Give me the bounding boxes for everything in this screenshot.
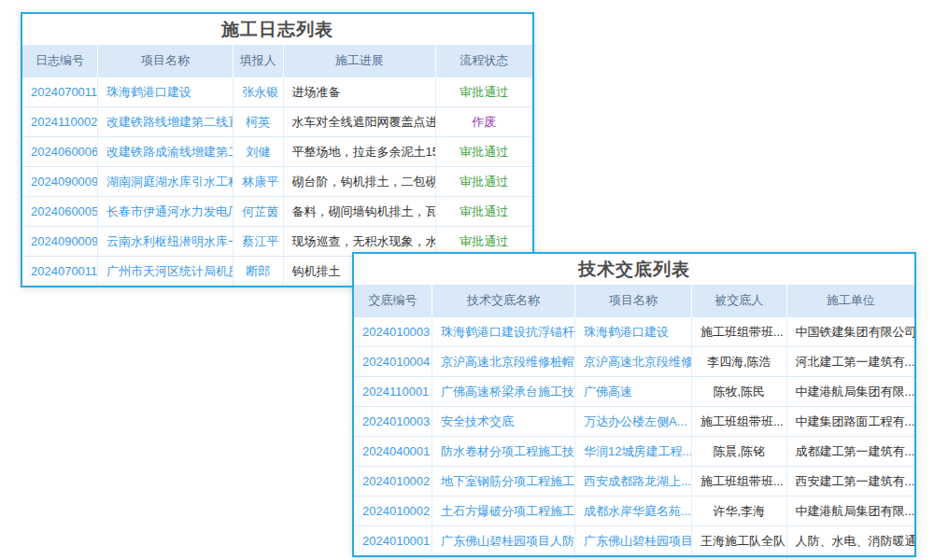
table-row: 2024010002 地下室钢筋分项工程施工... 西安成都路龙湖上... 施工… (354, 467, 914, 497)
status-cell: 审批通过 (435, 77, 532, 107)
log-id-link[interactable]: 2024070011 (31, 264, 97, 278)
log-id-link[interactable]: 2024110002 (31, 115, 97, 129)
disclosure-id-link[interactable]: 2024010001 (362, 534, 430, 548)
project-name-link[interactable]: 广佛高速 (584, 385, 632, 399)
construction-log-title: 施工日志列表 (22, 14, 532, 45)
receiver-text: 陈晨,陈铭 (713, 444, 765, 458)
project-name-link[interactable]: 珠海鹤港口建设 (584, 325, 669, 339)
project-name-link[interactable]: 西安成都路龙湖上... (584, 474, 691, 488)
construction-unit-text: 中建港航局集团有限... (796, 504, 914, 518)
project-name-link[interactable]: 改建铁路线增建第二线直... (106, 115, 234, 129)
status-cell: 审批通过 (435, 167, 532, 197)
disclosure-id-cell: 2024010003 (354, 407, 432, 437)
project-name-link[interactable]: 云南水利枢纽潜明水库一... (106, 234, 234, 248)
progress-text: 钩机排土 (292, 264, 341, 278)
receiver-cell: 施工班组带班... (691, 407, 786, 437)
status-badge: 作废 (472, 115, 496, 129)
project-name-cell: 改建铁路线增建第二线直... (98, 107, 234, 137)
construction-unit-text: 中建港航局集团有限... (796, 385, 914, 399)
col-header-construction-unit: 施工单位 (786, 285, 914, 317)
construction-unit-text: 人防、水电、消防暖通 (796, 534, 914, 548)
disclosure-name-link[interactable]: 防水卷材分项工程施工技... (441, 444, 575, 458)
tech-disclosure-title: 技术交底列表 (354, 254, 914, 285)
disclosure-id-link[interactable]: 2024010002 (362, 504, 430, 518)
tech-disclosure-panel: 技术交底列表 交底编号 技术交底名称 项目名称 被交底人 施工单位 202401… (352, 252, 916, 557)
disclosure-name-link[interactable]: 京沪高速北京段维修桩帽... (441, 355, 575, 369)
construction-unit-cell: 河北建工第一建筑有... (786, 347, 914, 377)
log-id-link[interactable]: 2024060005 (31, 204, 98, 218)
disclosure-name-link[interactable]: 广佛高速桥梁承台施工技... (441, 385, 575, 399)
project-name-link[interactable]: 珠海鹤港口建设 (106, 85, 191, 99)
col-header-log-id: 日志编号 (22, 45, 98, 77)
progress-cell: 砌台阶，钩机排土，二包砌... (283, 167, 435, 197)
col-header-project-name: 项目名称 (575, 285, 692, 317)
construction-log-table: 日志编号 项目名称 填报人 施工进展 流程状态 2024070011 珠海鹤港口… (22, 45, 532, 286)
table-row: 2024090009 湖南洞庭湖水库引水工程... 林康平 砌台阶，钩机排土，二… (22, 167, 532, 197)
disclosure-name-cell: 京沪高速北京段维修桩帽... (432, 347, 575, 377)
construction-unit-text: 河北建工第一建筑有... (796, 355, 914, 369)
disclosure-id-link[interactable]: 2024010004 (362, 355, 430, 369)
log-id-cell: 2024110002 (22, 107, 98, 137)
disclosure-name-link[interactable]: 珠海鹤港口建设抗浮锚杆... (441, 325, 575, 339)
project-name-link[interactable]: 长春市伊通河水力发电厂... (106, 204, 234, 218)
reporter-cell: 林康平 (234, 167, 283, 197)
disclosure-name-link[interactable]: 广东佛山碧桂园项目人防... (441, 534, 575, 548)
construction-unit-cell: 人防、水电、消防暖通 (786, 526, 914, 556)
log-id-link[interactable]: 2024090009 (31, 175, 98, 189)
receiver-cell: 施工班组带班... (691, 467, 786, 497)
disclosure-id-link[interactable]: 2024040001 (362, 444, 430, 458)
col-header-reporter: 填报人 (234, 45, 283, 77)
construction-log-header: 日志编号 项目名称 填报人 施工进展 流程状态 (22, 45, 532, 77)
project-name-link[interactable]: 万达办公楼左侧A... (584, 414, 687, 428)
receiver-text: 许华,李海 (713, 504, 765, 518)
project-name-cell: 成都水岸华庭名苑... (575, 497, 692, 526)
disclosure-id-link[interactable]: 2024010002 (362, 474, 430, 488)
construction-unit-text: 成都建工第一建筑有... (796, 444, 914, 458)
project-name-cell: 京沪高速北京段维修 (575, 347, 692, 377)
construction-unit-text: 中国铁建集团有限公司 (796, 325, 914, 339)
disclosure-id-link[interactable]: 2024110001 (362, 385, 429, 399)
reporter-link[interactable]: 何芷茵 (242, 204, 278, 218)
construction-unit-cell: 成都建工第一建筑有... (786, 437, 914, 467)
project-name-link[interactable]: 成都水岸华庭名苑... (584, 504, 691, 518)
reporter-link[interactable]: 断郎 (246, 264, 270, 278)
progress-text: 平整场地，拉走多余泥土15... (292, 145, 436, 159)
construction-unit-cell: 中建集团路面工程有... (786, 407, 914, 437)
reporter-link[interactable]: 蔡江平 (242, 234, 278, 248)
log-id-link[interactable]: 2024060006 (31, 145, 98, 159)
disclosure-name-link[interactable]: 地下室钢筋分项工程施工... (441, 474, 575, 488)
disclosure-id-link[interactable]: 2024010003 (362, 414, 430, 428)
project-name-link[interactable]: 华润12城房建工程... (584, 444, 691, 458)
construction-unit-text: 中建集团路面工程有... (796, 414, 914, 428)
project-name-cell: 广州市天河区统计局机房... (98, 257, 234, 287)
project-name-cell: 湖南洞庭湖水库引水工程... (98, 167, 234, 197)
log-id-link[interactable]: 2024090009 (31, 234, 98, 248)
receiver-cell: 陈牧,陈民 (691, 377, 786, 407)
log-id-link[interactable]: 2024070011 (31, 85, 97, 99)
reporter-link[interactable]: 张永银 (242, 85, 278, 99)
receiver-cell: 许华,李海 (691, 497, 786, 526)
project-name-link[interactable]: 京沪高速北京段维修 (584, 355, 691, 369)
status-cell: 审批通过 (435, 137, 532, 167)
status-cell: 审批通过 (435, 197, 532, 227)
disclosure-name-link[interactable]: 安全技术交底 (441, 414, 514, 428)
project-name-link[interactable]: 广东佛山碧桂园项目 (584, 534, 691, 548)
disclosure-id-cell: 2024010002 (354, 467, 432, 497)
project-name-link[interactable]: 湖南洞庭湖水库引水工程... (106, 175, 234, 189)
status-badge: 审批通过 (460, 145, 508, 159)
project-name-link[interactable]: 改建铁路成渝线增建第二... (106, 145, 234, 159)
reporter-link[interactable]: 柯英 (246, 115, 270, 129)
reporter-cell: 刘健 (234, 137, 283, 167)
project-name-cell: 西安成都路龙湖上... (575, 467, 692, 497)
construction-unit-cell: 中国铁建集团有限公司 (786, 317, 914, 347)
disclosure-name-link[interactable]: 土石方爆破分项工程施工... (441, 504, 575, 518)
disclosure-id-cell: 2024110001 (354, 377, 432, 407)
reporter-link[interactable]: 刘健 (246, 145, 270, 159)
log-id-cell: 2024060006 (22, 137, 98, 167)
project-name-link[interactable]: 广州市天河区统计局机房... (106, 264, 234, 278)
disclosure-id-link[interactable]: 2024010003 (362, 325, 430, 339)
table-row: 2024010003 安全技术交底 万达办公楼左侧A... 施工班组带班... … (354, 407, 914, 437)
disclosure-name-cell: 珠海鹤港口建设抗浮锚杆... (432, 317, 575, 347)
reporter-link[interactable]: 林康平 (242, 175, 278, 189)
project-name-cell: 长春市伊通河水力发电厂... (98, 197, 234, 227)
